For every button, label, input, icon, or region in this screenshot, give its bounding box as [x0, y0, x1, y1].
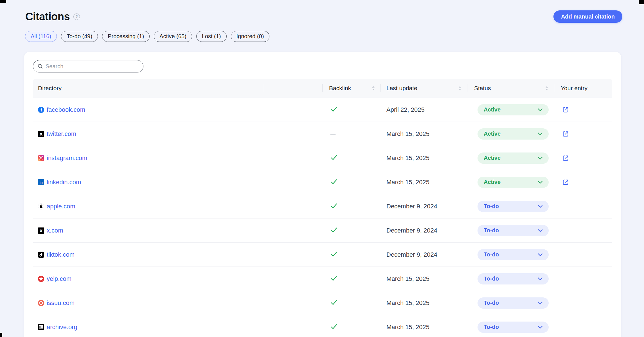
external-link-icon[interactable]	[562, 106, 569, 113]
page-header: Citations ? Add manual citation	[25, 10, 622, 23]
status-dropdown[interactable]: Active	[478, 128, 549, 140]
status-label: To-do	[484, 300, 499, 306]
directory-link[interactable]: twitter.com	[47, 130, 76, 138]
status-cell: To-do	[467, 225, 554, 236]
status-label: Active	[484, 179, 501, 185]
directory-link[interactable]: tiktok.com	[47, 251, 75, 258]
chevron-down-icon	[538, 108, 542, 111]
status-dropdown[interactable]: To-do	[478, 201, 549, 212]
table-row: yelp.com March 15, 2025 To-do	[33, 267, 612, 291]
your-entry-cell	[554, 179, 612, 186]
search-box[interactable]	[33, 60, 143, 72]
directory-link[interactable]: x.com	[47, 227, 63, 234]
chevron-down-icon	[538, 302, 542, 304]
directory-cell: in linkedin.com	[33, 179, 322, 186]
external-link-icon[interactable]	[562, 130, 569, 138]
directory-cell: issuu.com	[33, 299, 322, 307]
search-icon	[37, 63, 43, 69]
directory-link[interactable]: apple.com	[47, 203, 75, 210]
status-dropdown[interactable]: Active	[478, 177, 549, 188]
sort-arrows-icon[interactable]	[458, 86, 461, 90]
status-label: To-do	[484, 275, 499, 282]
tab-all[interactable]: All (116)	[25, 31, 57, 42]
chevron-down-icon	[538, 229, 542, 232]
table-row: f facebook.com April 22, 2025 Active	[33, 98, 612, 122]
tiktok-icon	[38, 252, 44, 258]
last-update-cell: April 22, 2025	[380, 106, 467, 113]
sort-arrows-icon[interactable]	[545, 86, 548, 90]
screen-corner-artifact	[639, 0, 644, 4]
archive-icon	[38, 324, 44, 330]
directory-link[interactable]: instagram.com	[47, 154, 87, 162]
instagram-icon	[38, 155, 44, 161]
backlink-cell	[322, 154, 380, 162]
status-cell: Active	[467, 177, 554, 188]
help-icon[interactable]: ?	[73, 13, 80, 20]
backlink-cell	[322, 251, 380, 259]
backlink-check-icon	[330, 251, 338, 259]
page-title: Citations	[25, 11, 70, 23]
backlink-check-icon	[330, 227, 338, 234]
directory-cell: instagram.com	[33, 154, 322, 162]
tab-todo[interactable]: To-do (49)	[61, 31, 98, 42]
external-link-icon[interactable]	[562, 179, 569, 186]
status-cell: Active	[467, 128, 554, 140]
status-dropdown[interactable]: To-do	[478, 249, 549, 260]
backlink-cell	[322, 178, 380, 186]
directory-cell: tiktok.com	[33, 251, 322, 258]
last-update-cell: December 9, 2024	[380, 227, 467, 234]
svg-text:X: X	[40, 228, 43, 233]
chevron-down-icon	[538, 253, 542, 256]
directory-cell: apple.com	[33, 203, 322, 210]
status-dropdown[interactable]: To-do	[478, 322, 549, 333]
status-label: To-do	[484, 203, 499, 210]
status-dropdown[interactable]: Active	[478, 104, 549, 115]
x-icon: X	[38, 227, 44, 234]
yelp-icon	[38, 276, 44, 282]
tab-ignored[interactable]: Ignored (0)	[231, 31, 270, 42]
table-body: f facebook.com April 22, 2025 Active X t…	[33, 98, 612, 337]
directory-link[interactable]: facebook.com	[47, 106, 85, 113]
directory-cell: yelp.com	[33, 275, 322, 283]
status-dropdown[interactable]: To-do	[478, 273, 549, 284]
column-header-last-update[interactable]: Last update	[380, 79, 467, 98]
directory-link[interactable]: linkedin.com	[47, 179, 81, 186]
table-row: instagram.com March 15, 2025 Active	[33, 146, 612, 170]
column-header-status[interactable]: Status	[467, 79, 554, 98]
citations-table: Directory Backlink Last update	[33, 79, 612, 337]
search-input[interactable]	[46, 63, 139, 70]
directory-link[interactable]: yelp.com	[47, 275, 71, 283]
screen-corner-artifact	[0, 333, 2, 337]
directory-link[interactable]: issuu.com	[47, 299, 75, 307]
external-link-icon[interactable]	[562, 154, 569, 162]
column-header-backlink[interactable]: Backlink	[322, 79, 380, 98]
status-label: Active	[484, 155, 501, 161]
chevron-down-icon	[538, 277, 542, 280]
tab-active[interactable]: Active (65)	[154, 31, 192, 42]
directory-link[interactable]: archive.org	[47, 324, 77, 331]
chevron-down-icon	[538, 181, 542, 184]
facebook-icon: f	[38, 107, 44, 113]
tab-processing[interactable]: Processing (1)	[102, 31, 150, 42]
status-dropdown[interactable]: Active	[478, 152, 549, 164]
status-label: To-do	[484, 227, 499, 234]
table-row: in linkedin.com March 15, 2025 Active	[33, 170, 612, 194]
backlink-cell	[322, 275, 380, 283]
last-update-cell: December 9, 2024	[380, 203, 467, 210]
backlink-check-icon	[330, 202, 338, 210]
add-manual-citation-button[interactable]: Add manual citation	[553, 10, 622, 23]
status-cell: To-do	[467, 322, 554, 333]
last-update-cell: March 15, 2025	[380, 275, 467, 283]
your-entry-cell	[554, 154, 612, 162]
tab-lost[interactable]: Lost (1)	[196, 31, 227, 42]
screen-corner-artifact	[0, 0, 6, 3]
backlink-dash-icon	[330, 131, 336, 136]
x-icon: X	[38, 131, 44, 137]
sort-arrows-icon[interactable]	[372, 86, 375, 90]
directory-cell: archive.org	[33, 324, 322, 331]
status-dropdown[interactable]: To-do	[478, 225, 549, 236]
column-header-directory: Directory	[33, 79, 264, 98]
table-row: apple.com December 9, 2024 To-do	[33, 194, 612, 218]
status-dropdown[interactable]: To-do	[478, 297, 549, 309]
column-header-empty	[264, 79, 322, 98]
